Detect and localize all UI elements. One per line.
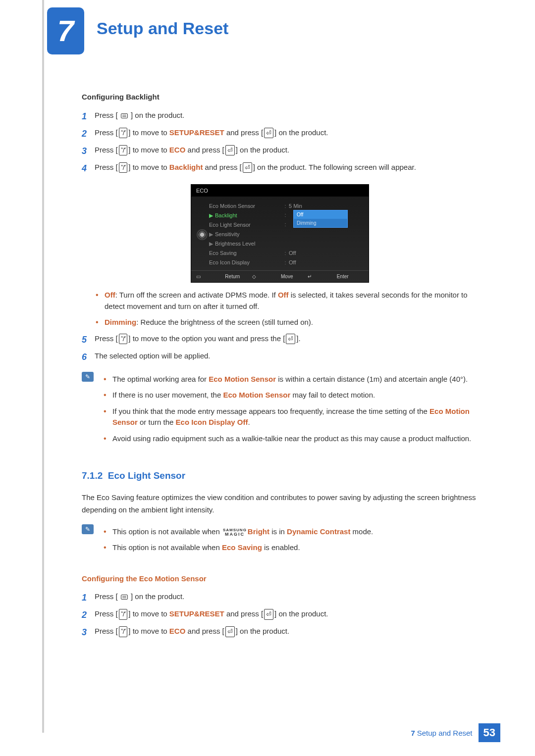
- osd-popup-wrap: : : Off Dimming: [283, 211, 365, 230]
- step-number: 1: [82, 591, 95, 605]
- updown-icon: ˄/˅: [119, 128, 128, 139]
- page-footer: 7Setup and Reset 53: [411, 723, 500, 742]
- osd-dropdown: Off Dimming: [293, 210, 348, 228]
- step-number: 6: [82, 351, 95, 364]
- osd-values: : 5 Min : : Off Dimming : Off : Off: [283, 202, 365, 267]
- osd-labels: Eco Motion Sensor ▶Backlight Eco Light S…: [209, 202, 283, 267]
- updown-icon: ˄/˅: [119, 626, 128, 637]
- osd-icon-column: [195, 202, 209, 267]
- osd-footer-enter: ↵Enter: [308, 273, 364, 280]
- enter-icon: ⏎: [225, 626, 235, 637]
- menu-icon: [121, 113, 128, 118]
- osd-footer-return: ▭Return: [196, 273, 252, 280]
- note-item: Avoid using radio equipment such as a wa…: [103, 433, 478, 445]
- osd-value: [283, 239, 365, 249]
- enter-icon: ⏎: [264, 128, 273, 139]
- note-list: The optimal working area for Eco Motion …: [103, 374, 478, 450]
- note-block-b: ✎ This option is not available when SAMS…: [82, 523, 478, 562]
- note-list-b: This option is not available when SAMSUN…: [103, 526, 478, 558]
- step-number: 5: [82, 333, 95, 347]
- step-text: Press [˄/˅] to move to ECO and press [⏎]…: [95, 626, 478, 639]
- step-text: Press [˄/˅] to move to SETUP&RESET and p…: [95, 608, 478, 622]
- updown-icon: ˄/˅: [119, 334, 128, 345]
- bullet-item: Dimming: Reduce the brightness of the sc…: [95, 317, 478, 328]
- osd-row-selected: ▶Backlight: [209, 211, 283, 220]
- left-accent-bar: [42, 0, 44, 733]
- osd-row: Eco Icon Display: [209, 258, 283, 267]
- step-5: 5 Press [˄/˅] to move to the option you …: [82, 333, 478, 347]
- step-b1: 1 Press [ ] on the product.: [82, 591, 478, 605]
- updown-icon: ˄/˅: [119, 609, 128, 620]
- step-number: 1: [82, 110, 95, 123]
- menu-icon: [121, 595, 128, 600]
- menu-icon: ▭: [196, 273, 223, 280]
- step-text: Press [ ] on the product.: [95, 110, 478, 123]
- step-6: 6 The selected option will be applied.: [82, 351, 478, 364]
- note-item: This option is not available when Eco Sa…: [103, 542, 478, 554]
- osd-row: Eco Saving: [209, 249, 283, 258]
- updown-icon: ˄/˅: [119, 145, 128, 156]
- osd-footer: ▭Return ◇Move ↵Enter: [191, 270, 369, 282]
- osd-row: ▶Sensitivity: [209, 230, 283, 239]
- triangle-right-icon: ▶: [209, 241, 213, 247]
- step-number: 2: [82, 127, 95, 141]
- osd-title: ECO: [191, 185, 369, 197]
- osd-option-selected: Off: [294, 210, 347, 219]
- step-text: Press [˄/˅] to move to ECO and press [⏎]…: [95, 145, 478, 158]
- triangle-right-icon: ▶: [209, 231, 213, 237]
- note-icon: ✎: [82, 372, 94, 382]
- osd-value: : Off: [283, 258, 365, 267]
- move-icon: ◇: [252, 273, 279, 280]
- subsection-title: 7.1.2 Eco Light Sensor: [82, 469, 478, 483]
- step-number: 4: [82, 162, 95, 175]
- osd-option: Dimming: [294, 219, 347, 227]
- osd-footer-move: ◇Move: [252, 273, 308, 280]
- sub-heading-b: Configuring the Eco Motion Sensor: [82, 573, 478, 585]
- note-item: If you think that the mode entry message…: [103, 406, 478, 428]
- bullet-item: Off: Turn off the screen and activate DP…: [95, 290, 478, 312]
- step-text: Press [˄/˅] to move to Backlight and pre…: [95, 162, 478, 175]
- gear-icon: [198, 230, 207, 239]
- enter-icon: ⏎: [286, 334, 295, 345]
- page-content: Configuring Backlight 1 Press [ ] on the…: [82, 92, 478, 643]
- step-number: 2: [82, 608, 95, 622]
- step-b3: 3 Press [˄/˅] to move to ECO and press […: [82, 626, 478, 639]
- bullet-list-a: Off: Turn off the screen and activate DP…: [95, 290, 478, 328]
- step-text: Press [ ] on the product.: [95, 591, 478, 605]
- osd-value: [283, 230, 365, 239]
- note-icon: ✎: [82, 524, 94, 534]
- step-2: 2 Press [˄/˅] to move to SETUP&RESET and…: [82, 127, 478, 141]
- enter-icon: ⏎: [225, 145, 235, 156]
- osd-body: Eco Motion Sensor ▶Backlight Eco Light S…: [191, 197, 369, 270]
- osd-row: Eco Light Sensor: [209, 220, 283, 230]
- step-number: 3: [82, 145, 95, 158]
- note-item: This option is not available when SAMSUN…: [103, 526, 478, 538]
- osd-screenshot: ECO Eco Motion Sensor ▶Backlight Eco Lig…: [191, 184, 369, 283]
- step-1: 1 Press [ ] on the product.: [82, 110, 478, 123]
- intro-paragraph: The Eco Saving feature optimizes the vie…: [82, 491, 478, 516]
- samsung-magic-logo: SAMSUNGMAGIC: [223, 528, 247, 537]
- enter-icon: ⏎: [264, 609, 273, 620]
- section-heading-a: Configuring Backlight: [82, 92, 478, 103]
- step-4: 4 Press [˄/˅] to move to Backlight and p…: [82, 162, 478, 175]
- step-text: Press [˄/˅] to move to SETUP&RESET and p…: [95, 127, 478, 141]
- footer-label: 7Setup and Reset: [411, 729, 472, 737]
- note-block: ✎ The optimal working area for Eco Motio…: [82, 371, 478, 454]
- triangle-right-icon: ▶: [209, 212, 213, 218]
- note-item: The optimal working area for Eco Motion …: [103, 374, 478, 385]
- enter-icon: ⏎: [243, 162, 252, 173]
- osd-value: : Off: [283, 249, 365, 258]
- step-text: The selected option will be applied.: [95, 351, 478, 364]
- osd-row: Eco Motion Sensor: [209, 202, 283, 211]
- chapter-number: 7: [57, 14, 74, 48]
- step-3: 3 Press [˄/˅] to move to ECO and press […: [82, 145, 478, 158]
- enter-icon: ↵: [308, 273, 334, 280]
- step-b2: 2 Press [˄/˅] to move to SETUP&RESET and…: [82, 608, 478, 622]
- note-item: If there is no user movement, the Eco Mo…: [103, 390, 478, 401]
- osd-row: ▶Brightness Level: [209, 239, 283, 249]
- step-text: Press [˄/˅] to move to the option you wa…: [95, 333, 478, 347]
- step-number: 3: [82, 626, 95, 639]
- updown-icon: ˄/˅: [119, 162, 128, 173]
- chapter-title: Setup and Reset: [97, 19, 228, 38]
- page-number: 53: [479, 723, 500, 742]
